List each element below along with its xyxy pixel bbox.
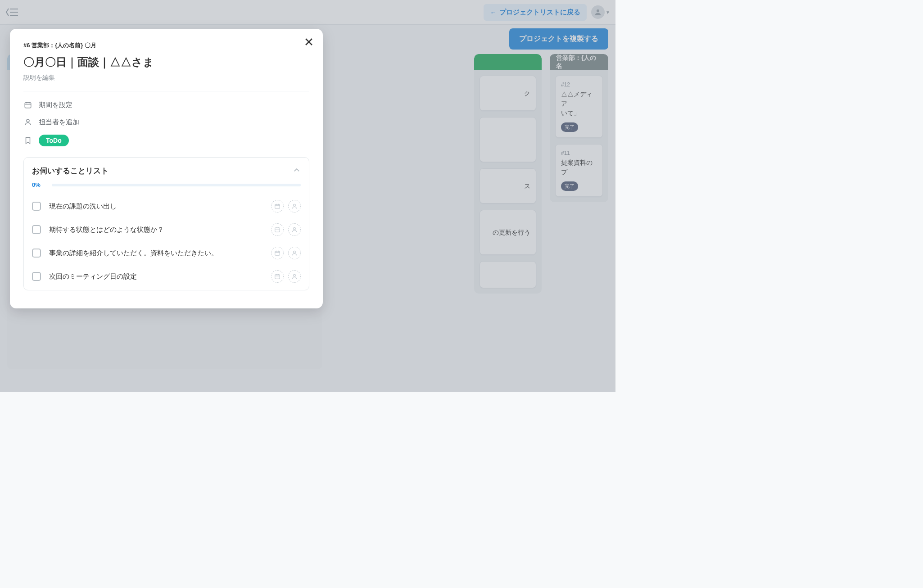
- svg-rect-12: [275, 251, 280, 255]
- checklist-checkbox[interactable]: [32, 272, 41, 281]
- svg-rect-8: [275, 204, 280, 208]
- task-meta: 期間を設定 担当者を追加 ToDo: [23, 91, 309, 153]
- status-pill: ToDo: [39, 135, 69, 146]
- checklist-title: お伺いすることリスト: [32, 166, 109, 176]
- checklist-item: 現在の課題の洗い出し: [32, 194, 301, 218]
- checklist-item: 次回のミーティング日の設定: [32, 265, 301, 288]
- collapse-checklist-button[interactable]: [293, 166, 301, 176]
- checklist-progress: 0%: [32, 181, 301, 188]
- set-item-assignee-button[interactable]: [288, 270, 301, 283]
- checklist-item: 期待する状態とはどのような状態か？: [32, 218, 301, 241]
- svg-rect-10: [275, 228, 280, 232]
- checklist-checkbox[interactable]: [32, 249, 41, 258]
- svg-rect-14: [275, 275, 280, 279]
- svg-point-13: [294, 251, 296, 253]
- edit-description[interactable]: 説明を編集: [23, 74, 309, 91]
- close-icon: [304, 37, 313, 46]
- progress-bar: [52, 184, 301, 186]
- checklist: お伺いすることリスト 0% 現在の課題の洗い出し 期待する状態とはどのよう: [23, 157, 309, 290]
- set-item-date-button[interactable]: [271, 247, 284, 259]
- set-item-date-button[interactable]: [271, 200, 284, 213]
- calendar-icon: [23, 100, 32, 109]
- user-icon: [23, 118, 32, 127]
- modal-overlay[interactable]: #6 営業部：{人の名前} 〇月 〇月〇日｜面談｜△△さま 説明を編集 期間を設…: [0, 0, 615, 392]
- set-item-assignee-button[interactable]: [288, 200, 301, 213]
- status-row[interactable]: ToDo: [23, 135, 309, 146]
- checklist-item: 事業の詳細を紹介していただく。資料をいただきたい。: [32, 241, 301, 265]
- set-period-button[interactable]: 期間を設定: [23, 100, 309, 109]
- svg-rect-6: [25, 103, 31, 108]
- chevron-up-icon: [293, 166, 301, 174]
- set-item-date-button[interactable]: [271, 270, 284, 283]
- svg-point-7: [27, 119, 29, 122]
- checklist-checkbox[interactable]: [32, 225, 41, 234]
- add-assignee-button[interactable]: 担当者を追加: [23, 118, 309, 127]
- set-item-assignee-button[interactable]: [288, 223, 301, 236]
- set-item-assignee-button[interactable]: [288, 247, 301, 259]
- breadcrumb: #6 営業部：{人の名前} 〇月: [23, 41, 309, 50]
- svg-point-11: [294, 227, 296, 230]
- task-detail-modal: #6 営業部：{人の名前} 〇月 〇月〇日｜面談｜△△さま 説明を編集 期間を設…: [10, 29, 323, 308]
- svg-point-9: [294, 204, 296, 206]
- task-title[interactable]: 〇月〇日｜面談｜△△さま: [23, 55, 309, 69]
- bookmark-icon: [23, 136, 32, 145]
- checklist-checkbox[interactable]: [32, 202, 41, 211]
- svg-point-15: [294, 274, 296, 276]
- set-item-date-button[interactable]: [271, 223, 284, 236]
- close-button[interactable]: [302, 35, 316, 49]
